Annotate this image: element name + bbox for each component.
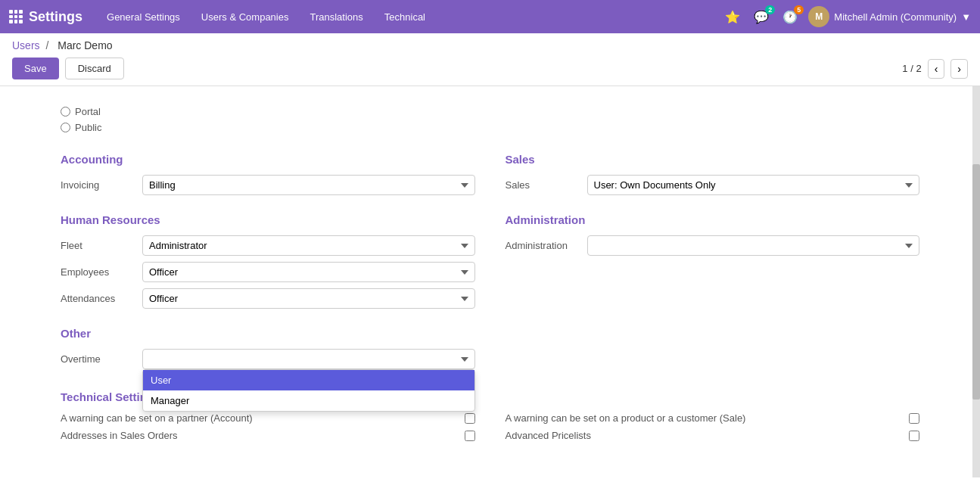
tech-label-addresses: Addresses in Sales Orders — [61, 430, 459, 441]
overtime-dropdown: User Manager — [142, 369, 475, 412]
app-brand[interactable]: Settings — [9, 9, 82, 25]
accounting-title: Accounting — [61, 153, 475, 166]
tech-right-col: A warning can be set on a product or a c… — [506, 412, 920, 447]
pagination-next[interactable]: › — [950, 59, 968, 79]
sales-label: Sales — [506, 179, 581, 191]
user-dropdown-icon: ▼ — [961, 11, 971, 23]
admin-section: Administration Administration — [506, 201, 920, 315]
admin-row: Administration — [506, 235, 920, 256]
user-name: Mitchell Admin (Community) — [834, 11, 957, 23]
nav-translations[interactable]: Translations — [300, 7, 372, 27]
tech-row-pricelists: Advanced Pricelists — [506, 430, 920, 441]
attendances-label: Attendances — [61, 293, 136, 304]
star-icon-btn[interactable]: ⭐ — [722, 7, 743, 27]
chat-icon-btn[interactable]: 💬 2 — [751, 7, 772, 27]
tech-checkbox-addresses[interactable] — [465, 431, 475, 441]
fleet-label: Fleet — [61, 240, 136, 251]
accounting-sales-row: Accounting Invoicing Billing Sales Sales… — [61, 141, 919, 201]
invoicing-label: Invoicing — [61, 179, 136, 191]
fleet-row: Fleet Administrator — [61, 235, 475, 256]
activity-badge: 5 — [794, 5, 804, 14]
user-menu-btn[interactable]: M Mitchell Admin (Community) ▼ — [808, 6, 971, 27]
tech-row-product-warning: A warning can be set on a product or a c… — [506, 412, 920, 424]
other-title: Other — [61, 327, 475, 340]
access-radio-group: Portal Public — [61, 98, 919, 141]
invoicing-select[interactable]: Billing — [142, 175, 475, 195]
overtime-option-manager[interactable]: Manager — [143, 390, 474, 411]
tech-row-addresses: Addresses in Sales Orders — [61, 430, 475, 441]
nav-users[interactable]: Users & Companies — [192, 7, 298, 27]
breadcrumb-parent[interactable]: Users — [12, 39, 40, 51]
content-inner: Portal Public Accounting Invoicing Billi… — [0, 86, 980, 459]
employees-label: Employees — [61, 266, 136, 278]
employees-row: Employees Officer — [61, 262, 475, 282]
breadcrumb: Users / Marc Demo — [12, 39, 968, 51]
fleet-select[interactable]: Administrator — [142, 235, 475, 256]
radio-portal-label: Portal — [75, 106, 101, 117]
scrollbar-track[interactable] — [972, 86, 980, 477]
radio-public[interactable]: Public — [61, 122, 919, 133]
tech-checkbox-pricelists[interactable] — [909, 431, 919, 441]
discard-button[interactable]: Discard — [65, 58, 124, 79]
overtime-label: Overtime — [61, 353, 136, 365]
activity-icon-btn[interactable]: 🕐 5 — [779, 7, 801, 27]
sales-section: Sales Sales User: Own Documents Only — [506, 141, 920, 201]
radio-public-input[interactable] — [61, 123, 70, 132]
tech-label-partner-warning: A warning can be set on a partner (Accou… — [61, 412, 459, 424]
hr-section: Human Resources Fleet Administrator Empl… — [61, 201, 475, 315]
pagination: 1 / 2 ‹ › — [902, 59, 968, 79]
nav-technical[interactable]: Technical — [375, 7, 434, 27]
tech-checkbox-partner-warning[interactable] — [465, 413, 475, 424]
employees-select[interactable]: Officer — [142, 262, 475, 282]
save-button[interactable]: Save — [12, 58, 59, 79]
overtime-row: Overtime User Manager — [61, 349, 475, 369]
hr-title: Human Resources — [61, 213, 475, 226]
other-right — [506, 315, 920, 375]
overtime-option-user[interactable]: User — [143, 370, 474, 390]
avatar: M — [808, 6, 829, 27]
sales-select[interactable]: User: Own Documents Only — [587, 175, 920, 195]
admin-select[interactable] — [587, 235, 920, 256]
admin-title: Administration — [506, 213, 920, 226]
other-row: Other Overtime User Manager — [61, 315, 919, 375]
radio-portal[interactable]: Portal — [61, 106, 919, 117]
radio-public-label: Public — [75, 122, 101, 133]
hr-admin-row: Human Resources Fleet Administrator Empl… — [61, 201, 919, 315]
app-title: Settings — [29, 9, 82, 25]
toolbar: Save Discard 1 / 2 ‹ › — [12, 58, 968, 79]
pagination-label: 1 / 2 — [902, 63, 921, 74]
page-header: Users / Marc Demo Save Discard 1 / 2 ‹ › — [0, 33, 980, 86]
tech-row-partner-warning: A warning can be set on a partner (Accou… — [61, 412, 475, 424]
tech-left-col: A warning can be set on a partner (Accou… — [61, 412, 475, 447]
nav-general[interactable]: General Settings — [98, 7, 189, 27]
overtime-select[interactable] — [142, 349, 475, 369]
breadcrumb-sep: / — [45, 39, 51, 51]
grid-icon — [9, 10, 23, 23]
topnav: Settings General Settings Users & Compan… — [0, 0, 980, 33]
sales-row: Sales User: Own Documents Only — [506, 175, 920, 195]
tech-checkbox-product-warning[interactable] — [909, 413, 919, 424]
accounting-section: Accounting Invoicing Billing — [61, 141, 475, 201]
main-content: Portal Public Accounting Invoicing Billi… — [0, 86, 980, 482]
breadcrumb-current: Marc Demo — [58, 39, 112, 51]
tech-label-pricelists: Advanced Pricelists — [506, 430, 904, 441]
chat-badge: 2 — [765, 5, 775, 14]
scrollbar-thumb[interactable] — [972, 164, 980, 399]
other-section: Other Overtime User Manager — [61, 315, 475, 375]
radio-portal-input[interactable] — [61, 107, 70, 117]
tech-label-product-warning: A warning can be set on a product or a c… — [506, 412, 904, 424]
attendances-row: Attendances Officer — [61, 288, 475, 309]
topnav-right: ⭐ 💬 2 🕐 5 M Mitchell Admin (Community) ▼ — [722, 6, 971, 27]
main-menu: General Settings Users & Companies Trans… — [98, 7, 722, 27]
sales-title: Sales — [506, 153, 920, 166]
tech-settings-rows: A warning can be set on a partner (Accou… — [61, 412, 919, 447]
attendances-select[interactable]: Officer — [142, 288, 475, 309]
pagination-prev[interactable]: ‹ — [928, 59, 945, 79]
overtime-dropdown-wrapper: User Manager — [142, 349, 475, 369]
toolbar-left: Save Discard — [12, 58, 124, 79]
admin-label: Administration — [506, 240, 581, 251]
invoicing-row: Invoicing Billing — [61, 175, 475, 195]
